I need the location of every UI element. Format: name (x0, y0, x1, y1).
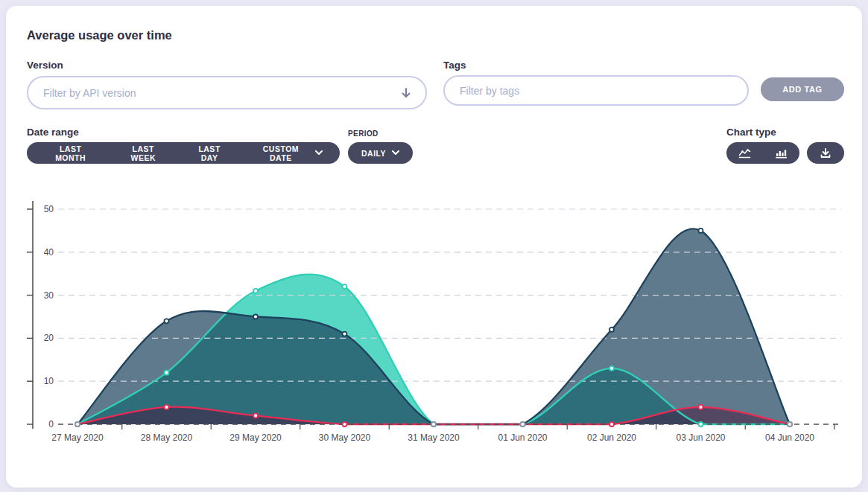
last-week-button[interactable]: LAST WEEK (108, 142, 178, 164)
version-label: Version (27, 60, 63, 71)
data-point-marker (699, 229, 703, 233)
y-axis-label: 10 (44, 376, 54, 386)
arrow-down-icon[interactable] (400, 87, 412, 99)
tags-filter-field (443, 75, 749, 106)
y-axis-label: 0 (48, 419, 54, 429)
x-axis-label: 28 May 2020 (141, 432, 193, 443)
data-point-marker (253, 289, 258, 293)
data-point-marker (343, 422, 347, 426)
last-week-label: LAST WEEK (119, 144, 167, 162)
x-axis-label: 30 May 2020 (319, 432, 371, 443)
x-axis-label: 01 Jun 2020 (498, 432, 547, 443)
period-value: DAILY (361, 149, 386, 158)
tags-filter-input[interactable] (458, 84, 734, 98)
last-month-button[interactable]: LAST MONTH (33, 142, 108, 164)
y-axis-label: 40 (44, 247, 54, 258)
data-point-marker (699, 405, 703, 409)
usage-area-chart[interactable]: 0102030405027 May 202028 May 202029 May … (6, 192, 862, 453)
x-axis-label: 02 Jun 2020 (587, 432, 636, 443)
x-axis-label: 29 May 2020 (229, 432, 282, 443)
tags-label: Tags (443, 60, 466, 71)
y-axis-label: 50 (44, 204, 54, 214)
data-point-marker (165, 319, 169, 323)
add-tag-button[interactable]: ADD TAG (761, 77, 844, 101)
y-axis-label: 20 (44, 333, 54, 343)
period-label: PERIOD (348, 130, 378, 138)
x-axis-label: 31 May 2020 (408, 432, 460, 443)
bar-chart-type-button[interactable] (763, 142, 799, 164)
data-point-marker (609, 366, 614, 371)
last-month-label: LAST MONTH (44, 144, 97, 162)
y-axis-label: 30 (44, 290, 54, 301)
data-point-marker (253, 315, 258, 319)
last-day-label: LAST DAY (189, 144, 229, 162)
x-axis-label: 03 Jun 2020 (676, 432, 725, 443)
data-point-marker (343, 332, 347, 336)
download-icon (820, 148, 831, 159)
data-point-marker (609, 328, 614, 332)
data-point-marker (165, 405, 169, 409)
data-point-marker (699, 422, 703, 426)
period-select[interactable]: DAILY (348, 142, 413, 164)
chart-type-group (726, 142, 799, 164)
date-range-group: LAST MONTH LAST WEEK LAST DAY CUSTOM DAT… (27, 142, 340, 164)
page-title: Average usage over time (27, 28, 172, 42)
custom-date-label: CUSTOM DATE (252, 144, 310, 162)
data-point-marker (253, 413, 258, 418)
custom-date-button[interactable]: CUSTOM DATE (241, 142, 334, 164)
data-point-marker (75, 422, 80, 426)
download-chart-button[interactable] (807, 142, 844, 164)
usage-card: Average usage over time Version Tags ADD… (6, 6, 862, 488)
data-point-marker (431, 422, 436, 426)
chevron-down-icon (392, 150, 399, 156)
data-point-marker (343, 284, 347, 289)
line-chart-type-button[interactable] (726, 142, 763, 164)
series-dark-area (77, 229, 790, 424)
x-axis-label: 27 May 2020 (51, 432, 104, 443)
data-point-marker (788, 422, 792, 426)
date-range-label: Date range (27, 127, 79, 138)
version-filter-input[interactable] (42, 86, 400, 100)
bar-chart-icon (776, 148, 787, 159)
x-axis-label: 04 Jun 2020 (765, 432, 814, 443)
version-filter-field (27, 76, 427, 109)
data-point-marker (521, 422, 525, 426)
data-point-marker (609, 422, 614, 426)
line-chart-icon (738, 148, 751, 159)
chart-type-label: Chart type (726, 127, 776, 138)
chevron-down-icon (315, 150, 323, 156)
data-point-marker (165, 371, 169, 375)
last-day-button[interactable]: LAST DAY (178, 142, 241, 164)
